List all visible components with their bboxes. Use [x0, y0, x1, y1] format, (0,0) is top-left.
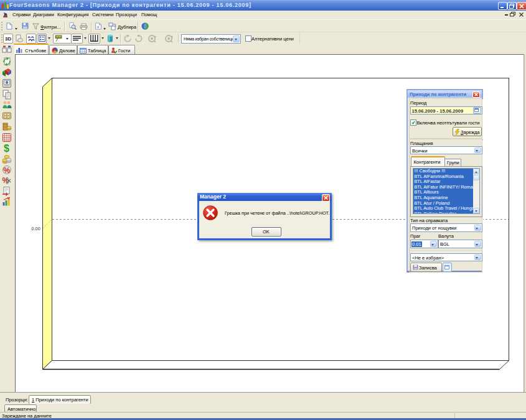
svg-text:0.00: 0.00	[32, 226, 40, 231]
svg-text:$: $	[4, 143, 9, 154]
svg-text:%: %	[4, 166, 11, 175]
